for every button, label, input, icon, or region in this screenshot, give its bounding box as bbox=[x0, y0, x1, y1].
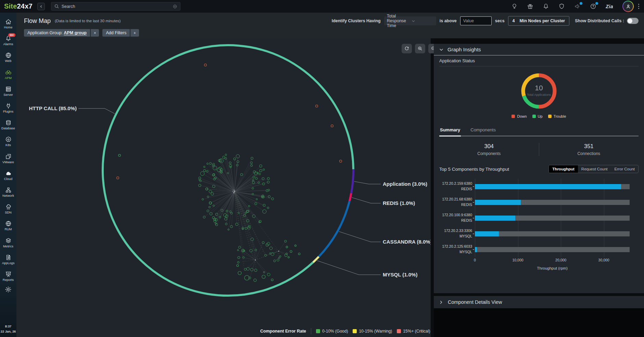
announcements-megaphone-icon[interactable] bbox=[574, 3, 581, 10]
network-icon bbox=[5, 187, 12, 193]
graph-insights-header[interactable]: Graph Insights bbox=[434, 44, 644, 55]
zoom-in-button[interactable] bbox=[415, 44, 425, 53]
application-group-value[interactable]: APM group bbox=[64, 30, 87, 35]
show-distributed-calls-toggle[interactable] bbox=[627, 18, 639, 24]
flow-map-callout: Application (3.0%) bbox=[383, 181, 427, 187]
sidebar-item-server[interactable]: Server bbox=[0, 83, 16, 100]
flow-map-canvas[interactable]: HTTP CALL (85.0%)Application (3.0%)REDIS… bbox=[16, 38, 431, 337]
sidebar-item-home[interactable]: Home bbox=[0, 15, 16, 32]
chevron-right-icon bbox=[439, 300, 444, 305]
add-filters-label: Add Filters bbox=[102, 29, 130, 37]
logo-24x7: 24x7 bbox=[17, 2, 32, 10]
chart-tab-error-count[interactable]: Error Count bbox=[611, 165, 638, 173]
x-axis-label: Throughput (rpm) bbox=[439, 266, 639, 270]
logo-site: Site bbox=[4, 2, 17, 10]
applogs-icon bbox=[5, 254, 12, 261]
site24x7-app: Site24x7 Zia HomeAlarms99+WebAPMServerPl… bbox=[0, 0, 644, 337]
graph-insights-title: Graph Insights bbox=[447, 47, 481, 52]
identify-clusters-label: Identify Clusters Having bbox=[332, 18, 381, 23]
error-legend-item: 10-15% (Warning) bbox=[353, 329, 392, 334]
bar-row: 172.20.21.68:6380REDIS bbox=[439, 194, 630, 210]
gift-icon[interactable] bbox=[527, 3, 533, 10]
binoculars-icon bbox=[5, 69, 12, 76]
filter-chips-row: Application Group: APM group × Add Filte… bbox=[16, 29, 644, 38]
min-nodes-control[interactable]: 4 Min Nodes per Cluster bbox=[508, 16, 570, 26]
tab-summary[interactable]: Summary bbox=[439, 125, 461, 137]
top5-chart-title: Top 5 Components by Throughput bbox=[439, 167, 509, 172]
flow-map-callout: CASSANDRA (8.0%) bbox=[383, 239, 431, 245]
zoom-in-icon bbox=[417, 46, 423, 51]
sidebar-item-vmware[interactable]: VMware bbox=[0, 150, 16, 167]
bar-row: 172.20.2.125:6033MYSQL bbox=[439, 242, 630, 257]
x-axis-ticks: 010,00020,00030,000 bbox=[475, 257, 630, 263]
svg-text:Total Applications: Total Applications bbox=[527, 93, 551, 96]
add-filter-plus-icon[interactable]: + bbox=[130, 29, 139, 37]
remove-filter-icon[interactable]: × bbox=[91, 29, 99, 37]
add-filters-chip[interactable]: Add Filters + bbox=[102, 29, 139, 37]
sidebar-item-web[interactable]: Web bbox=[0, 49, 16, 66]
threshold-value-input[interactable] bbox=[460, 16, 492, 25]
notifications-bell-icon[interactable] bbox=[543, 3, 549, 10]
bar-row: 172.20.100.9:6380REDIS bbox=[439, 210, 630, 226]
application-group-filter-chip[interactable]: Application Group: APM group × bbox=[24, 29, 99, 37]
sidebar-item-alarms[interactable]: Alarms99+ bbox=[0, 32, 16, 49]
sidebar-item-metrics[interactable]: Metrics bbox=[0, 234, 16, 251]
rum-icon bbox=[5, 220, 12, 227]
clear-search-icon[interactable] bbox=[173, 4, 177, 9]
error-legend-item: 0-10% (Good) bbox=[316, 329, 348, 334]
sidebar-item-cloud[interactable]: Cloud bbox=[0, 167, 16, 184]
sidebar-item-network[interactable]: Network bbox=[0, 184, 16, 200]
user-avatar[interactable] bbox=[622, 1, 634, 12]
chart-tab-request-count[interactable]: Request Count bbox=[578, 165, 611, 173]
sidebar-item-sdn[interactable]: SDN bbox=[0, 200, 16, 217]
bar-label: 172.20.2.125:6033MYSQL bbox=[439, 244, 472, 255]
search-box[interactable] bbox=[51, 2, 180, 11]
shield-icon[interactable] bbox=[558, 3, 565, 10]
settings-gear-icon[interactable] bbox=[5, 286, 12, 293]
search-icon bbox=[54, 4, 59, 9]
stat-connections: 351Connections bbox=[539, 143, 639, 156]
lightbulb-icon[interactable] bbox=[511, 3, 518, 10]
bar-label: 172.20.2.159:6380REDIS bbox=[439, 181, 472, 192]
bar-row: 172.20.2.159:6380REDIS bbox=[439, 179, 630, 194]
bar-label: 172.20.21.68:6380REDIS bbox=[439, 197, 472, 208]
chevron-down-icon bbox=[439, 47, 444, 52]
min-nodes-label: Min Nodes per Cluster bbox=[520, 18, 565, 23]
sidebar-item-database[interactable]: Database bbox=[0, 116, 16, 133]
topbar: Site24x7 Zia bbox=[0, 0, 644, 13]
status-legend-item: Down bbox=[512, 114, 527, 118]
sidebar-item-applogs[interactable]: AppLogs bbox=[0, 251, 16, 268]
bar-value bbox=[475, 216, 515, 221]
chart-tab-throughput[interactable]: Throughput bbox=[549, 165, 578, 173]
chart-metric-tabs: ThroughputRequest CountError Count bbox=[548, 165, 639, 173]
bar-value bbox=[475, 184, 621, 189]
site24x7-logo[interactable]: Site24x7 bbox=[4, 2, 33, 10]
sidebar-item-plugins[interactable]: Plugins bbox=[0, 100, 16, 116]
flow-map-callout: REDIS (1.0%) bbox=[383, 200, 415, 206]
help-icon[interactable] bbox=[590, 3, 596, 10]
component-error-rate-legend: Component Error Rate 0-10% (Good)10-15% … bbox=[260, 328, 430, 334]
status-legend-item: Trouble bbox=[548, 114, 566, 118]
sidebar-item-reports[interactable]: Reports bbox=[0, 268, 16, 285]
tab-components[interactable]: Components bbox=[470, 125, 496, 136]
application-group-label: Application Group: bbox=[27, 30, 63, 35]
home-icon bbox=[5, 18, 12, 25]
sidebar-item-rum[interactable]: RUM bbox=[0, 217, 16, 234]
chevron-down-icon bbox=[411, 19, 433, 23]
collapse-sidebar-button[interactable] bbox=[37, 3, 45, 10]
sidebar-item-apm[interactable]: APM bbox=[0, 66, 16, 83]
cluster-metric-dropdown[interactable]: Total Response Time bbox=[384, 16, 436, 25]
server-icon bbox=[5, 86, 12, 92]
search-input[interactable] bbox=[62, 4, 170, 9]
summary-components-tabs: SummaryComponents bbox=[439, 125, 639, 136]
apps-grid-icon[interactable] bbox=[638, 4, 641, 9]
bar-value bbox=[475, 200, 521, 205]
k8s-icon bbox=[5, 136, 12, 143]
stat-components: 304Components bbox=[439, 143, 539, 156]
refresh-button[interactable] bbox=[402, 44, 412, 53]
toggle-knob bbox=[628, 18, 632, 23]
component-details-view-header[interactable]: Component Details View bbox=[434, 296, 644, 308]
zia-logo[interactable]: Zia bbox=[606, 4, 613, 9]
error-legend-item: 15%+ (Critical) bbox=[397, 329, 430, 334]
sidebar-item-k8s[interactable]: K8s bbox=[0, 133, 16, 150]
